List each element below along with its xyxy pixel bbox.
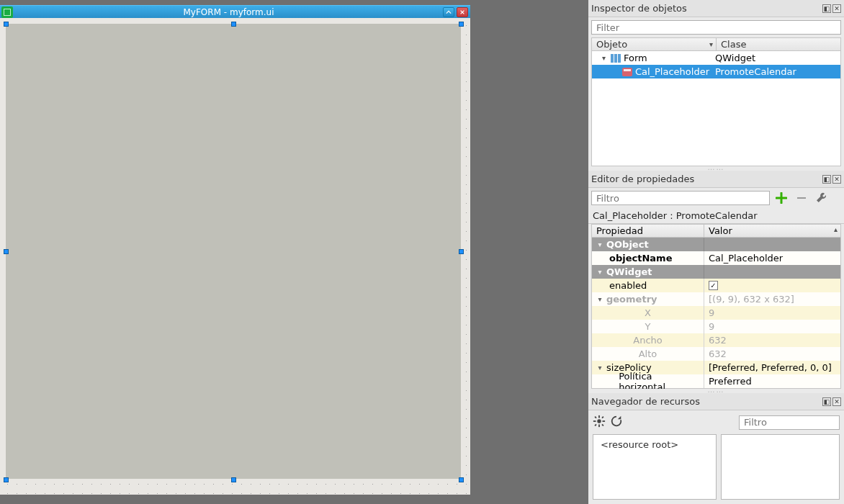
svg-point-6 [597,419,601,423]
col-class[interactable]: Clase [717,38,840,50]
svg-rect-8 [598,425,600,428]
panel-splitter[interactable] [588,166,844,171]
gear-icon[interactable] [593,415,606,430]
form-titlebar[interactable]: MyFORM - myform.ui [0,5,470,18]
svg-rect-7 [598,415,600,418]
panel-splitter[interactable] [588,389,844,393]
chevron-down-icon: ▾ [596,240,603,248]
chevron-down-icon: ▾ [596,268,603,276]
svg-rect-12 [601,416,603,418]
svg-rect-11 [594,416,596,418]
configure-button[interactable] [813,191,830,205]
form-canvas[interactable] [0,18,470,495]
selection-handle[interactable] [459,249,464,254]
col-value[interactable]: Valor [704,225,840,237]
panel-close-button[interactable]: ✕ [832,4,841,13]
panel-title-label: Inspector de objetos [591,3,687,14]
enabled-checkbox[interactable]: ✓ [709,281,718,290]
resource-tree[interactable]: <resource root> [593,434,717,500]
form-design-window: MyFORM - myform.ui [0,5,470,495]
property-editor-panel: Editor de propiedades ◧ ✕ Cal_Placeholde… [588,171,844,389]
property-table: ▾QObject objectName Cal_Placeholder ▾QWi… [591,238,841,389]
property-header[interactable]: Propiedad Valor [591,224,841,238]
prop-row-x[interactable]: X 9 [592,306,840,320]
selection-handle[interactable] [231,477,236,482]
svg-rect-10 [603,420,606,422]
resource-browser-panel: Navegador de recursos ◧ ✕ <resource root… [588,393,844,504]
tree-node-label: Cal_Placeholder [635,66,709,77]
tree-expand-icon[interactable]: ▾ [600,54,608,62]
object-inspector-header[interactable]: Objeto Clase [591,37,841,51]
object-inspector-title: Inspector de objetos ◧ ✕ [588,0,844,17]
svg-rect-1 [614,54,617,63]
object-inspector-filter-input[interactable] [591,20,841,35]
resource-filter-input[interactable] [739,415,840,430]
svg-rect-9 [593,420,596,422]
resource-root-label: <resource root> [601,439,678,450]
placeholder-widget[interactable] [6,24,461,479]
prop-row-geometry[interactable]: ▾geometry [(9, 9), 632 x 632] [592,292,840,306]
tree-row-form[interactable]: ▾ Form QWidget [592,51,840,65]
remove-property-button[interactable] [793,191,810,205]
prop-row-height[interactable]: Alto 632 [592,347,840,361]
chevron-down-icon[interactable]: ▾ [596,295,603,303]
form-title: MyFORM - myform.ui [14,7,443,17]
selection-handle[interactable] [459,22,464,27]
panel-float-button[interactable]: ◧ [822,175,831,184]
prop-group-qwidget[interactable]: ▾QWidget [592,265,840,279]
tree-node-label: Form [624,53,647,63]
selection-handle[interactable] [459,477,464,482]
window-minimize-button[interactable] [443,7,454,17]
resource-preview[interactable] [721,434,840,500]
object-inspector-panel: Inspector de objetos ◧ ✕ Objeto Clase ▾ [588,0,844,166]
right-dock: Inspector de objetos ◧ ✕ Objeto Clase ▾ [588,0,844,504]
panel-close-button[interactable]: ✕ [832,175,841,184]
panel-float-button[interactable]: ◧ [822,397,831,406]
form-app-icon [1,6,13,18]
window-close-button[interactable] [457,7,468,17]
layout-icon [610,53,621,63]
prop-row-y[interactable]: Y 9 [592,320,840,333]
svg-rect-3 [622,68,632,76]
svg-rect-14 [601,424,603,426]
tree-row-placeholder[interactable]: Cal_Placeholder PromoteCalendar [592,65,840,78]
selection-handle[interactable] [4,477,9,482]
tree-node-class: QWidget [712,53,840,63]
add-property-button[interactable] [773,191,790,205]
prop-group-qobject[interactable]: ▾QObject [592,238,840,251]
panel-close-button[interactable]: ✕ [832,397,841,406]
property-context-label: Cal_Placeholder : PromoteCalendar [588,208,844,224]
svg-rect-13 [594,424,596,426]
prop-row-enabled[interactable]: enabled ✓ [592,279,840,292]
object-inspector-tree[interactable]: ▾ Form QWidget Cal_Placeholder [591,51,841,166]
svg-rect-0 [611,54,614,63]
resource-browser-title: Navegador de recursos ◧ ✕ [588,393,844,410]
panel-float-button[interactable]: ◧ [822,4,831,13]
prop-row-width[interactable]: Ancho 632 [592,333,840,347]
panel-title-label: Editor de propiedades [591,174,694,184]
selection-handle[interactable] [231,22,236,27]
selection-handle[interactable] [4,249,9,254]
selection-handle[interactable] [4,22,9,27]
property-editor-title: Editor de propiedades ◧ ✕ [588,171,844,188]
col-object[interactable]: Objeto [592,38,717,50]
svg-rect-4 [624,69,631,71]
reload-icon[interactable] [610,415,623,430]
chevron-down-icon[interactable]: ▾ [596,364,603,372]
col-property[interactable]: Propiedad [592,225,704,237]
svg-rect-5 [797,197,806,199]
property-filter-input[interactable] [591,191,770,205]
tree-node-class: PromoteCalendar [712,66,840,77]
prop-row-objectname[interactable]: objectName Cal_Placeholder [592,251,840,265]
panel-title-label: Navegador de recursos [591,396,700,407]
svg-rect-2 [618,54,621,63]
widget-icon [622,67,633,77]
